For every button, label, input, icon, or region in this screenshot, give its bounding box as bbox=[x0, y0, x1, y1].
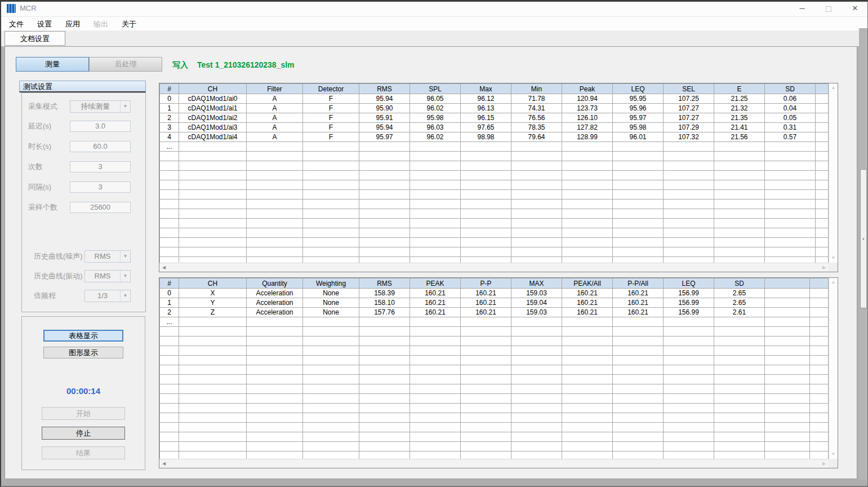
cell bbox=[160, 375, 179, 384]
chevron-down-icon: ▼ bbox=[120, 251, 130, 262]
cell bbox=[714, 451, 765, 459]
post-process-mode-button: 后处理 bbox=[89, 57, 162, 72]
maximize-button[interactable] bbox=[820, 0, 838, 17]
horizontal-scrollbar[interactable]: ◀ ▶ bbox=[159, 459, 829, 468]
scroll-up-icon[interactable]: ▲ bbox=[829, 278, 838, 287]
scroll-left-icon[interactable]: ◀ bbox=[159, 263, 168, 272]
cell bbox=[160, 337, 179, 346]
vertical-scrollbar[interactable]: ▲ ▼ bbox=[829, 278, 838, 459]
cell bbox=[303, 432, 359, 442]
cell bbox=[664, 257, 714, 263]
cell bbox=[410, 152, 461, 161]
cell: X bbox=[179, 289, 247, 298]
menu-item-apply[interactable]: 应用 bbox=[59, 17, 87, 31]
settings-panel-title: 测试设置 bbox=[19, 81, 146, 92]
cell: 21.56 bbox=[714, 132, 765, 142]
cell: 79.64 bbox=[511, 132, 562, 142]
scroll-down-icon[interactable]: ▼ bbox=[829, 450, 838, 459]
cell bbox=[511, 404, 562, 413]
table-row[interactable]: 1YAccelerationNone158.10160.21160.21159.… bbox=[160, 298, 829, 308]
minimize-button[interactable]: ─ bbox=[793, 0, 811, 17]
cell bbox=[247, 346, 303, 356]
cell bbox=[461, 209, 511, 219]
scroll-down-icon[interactable]: ▼ bbox=[829, 254, 838, 263]
interval-label: 间隔(s) bbox=[28, 181, 51, 193]
table-row[interactable]: 3cDAQ1Mod1/ai3AF95.9496.0397.6578.35127.… bbox=[160, 123, 829, 132]
cell bbox=[714, 317, 765, 327]
column-header bbox=[816, 84, 829, 94]
table-row[interactable]: 2ZAccelerationNone157.76160.21160.21159.… bbox=[160, 308, 829, 317]
cell bbox=[613, 142, 664, 152]
column-header: E bbox=[714, 84, 765, 94]
horizontal-scrollbar[interactable]: ◀ ▶ bbox=[159, 263, 829, 272]
stop-button[interactable]: 停止 bbox=[42, 427, 125, 440]
vertical-scrollbar[interactable]: ▲ ▼ bbox=[829, 83, 838, 263]
scroll-up-icon[interactable]: ▲ bbox=[829, 83, 838, 92]
menu-item-settings[interactable]: 设置 bbox=[30, 17, 59, 31]
cell bbox=[765, 298, 810, 308]
table-row[interactable]: 0XAccelerationNone158.39160.21160.21159.… bbox=[160, 289, 829, 298]
cell bbox=[461, 346, 511, 356]
cell bbox=[613, 451, 664, 459]
header-row: #CHFilterDetectorRMSSPLMaxMinPeakLEQSELE… bbox=[160, 84, 829, 94]
cell: 107.29 bbox=[664, 123, 714, 132]
cell bbox=[714, 327, 765, 337]
scroll-right-icon[interactable]: ▶ bbox=[820, 459, 829, 468]
table-row[interactable]: 1cDAQ1Mod1/ai1AF95.9096.0296.1374.31123.… bbox=[160, 104, 829, 113]
cell: 1 bbox=[160, 104, 179, 113]
cell bbox=[613, 423, 664, 432]
menu-item-file[interactable]: 文件 bbox=[2, 17, 30, 31]
empty-row bbox=[160, 180, 829, 190]
cell bbox=[664, 238, 714, 247]
cell bbox=[765, 238, 816, 247]
tab-document-settings[interactable]: 文档设置 bbox=[5, 31, 65, 46]
cell bbox=[359, 219, 410, 228]
cell bbox=[816, 123, 829, 132]
cell bbox=[816, 219, 829, 228]
cell bbox=[359, 327, 410, 337]
cell bbox=[461, 432, 511, 442]
table-row[interactable]: 0cDAQ1Mod1/ai0AF95.9496.0596.1271.78120.… bbox=[160, 94, 829, 104]
acq-mode-label: 采集模式 bbox=[28, 101, 57, 112]
cell bbox=[303, 171, 359, 180]
cell bbox=[664, 190, 714, 200]
cell bbox=[247, 327, 303, 337]
cell bbox=[359, 200, 410, 209]
cell: 96.12 bbox=[461, 94, 511, 104]
menu-item-about[interactable]: 关于 bbox=[115, 17, 143, 31]
cell bbox=[179, 152, 247, 161]
cell bbox=[160, 413, 179, 423]
scroll-right-icon[interactable]: ▶ bbox=[820, 263, 829, 272]
cell bbox=[160, 394, 179, 404]
empty-row bbox=[160, 432, 829, 442]
empty-row bbox=[160, 219, 829, 228]
close-button[interactable]: ✕ bbox=[846, 0, 864, 17]
cell bbox=[247, 356, 303, 365]
cell bbox=[179, 337, 247, 346]
table-display-button[interactable]: 表格显示 bbox=[43, 330, 123, 342]
cell: 74.31 bbox=[511, 104, 562, 113]
cell bbox=[511, 142, 562, 152]
cell bbox=[461, 317, 511, 327]
scroll-left-icon[interactable]: ◀ bbox=[159, 459, 168, 468]
cell bbox=[765, 180, 816, 190]
measure-mode-button[interactable]: 测量 bbox=[16, 57, 89, 72]
cell bbox=[461, 404, 511, 413]
cell bbox=[511, 365, 562, 375]
cell bbox=[613, 413, 664, 423]
empty-row bbox=[160, 247, 829, 257]
table-row[interactable]: 2cDAQ1Mod1/ai2AF95.9195.9896.1576.56126.… bbox=[160, 113, 829, 123]
cell bbox=[816, 113, 829, 123]
cell bbox=[303, 219, 359, 228]
cell bbox=[410, 327, 461, 337]
cell bbox=[664, 375, 714, 384]
cell bbox=[664, 327, 714, 337]
collapse-panel-handle[interactable]: ‹ bbox=[860, 169, 867, 308]
graph-display-button[interactable]: 图形显示 bbox=[43, 347, 123, 358]
cell bbox=[765, 451, 810, 459]
cell bbox=[247, 161, 303, 171]
cell bbox=[461, 337, 511, 346]
table-row[interactable]: 4cDAQ1Mod1/ai4AF95.9796.0298.9879.64128.… bbox=[160, 132, 829, 142]
cell bbox=[179, 219, 247, 228]
cell bbox=[562, 200, 613, 209]
